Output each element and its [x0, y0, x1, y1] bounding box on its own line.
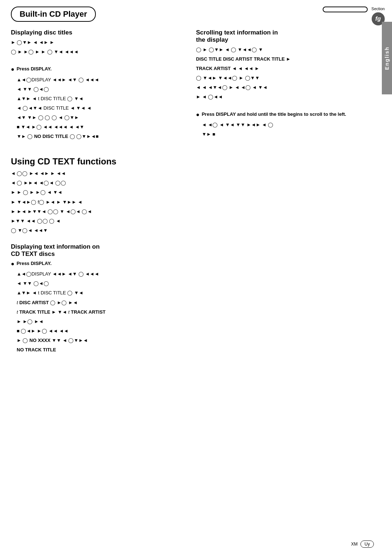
language-label: English: [384, 46, 390, 70]
scrolling-text-section: Scrolling text information in the displa…: [196, 29, 370, 138]
display-text-sym6: ► ►◯ ►◄: [17, 318, 374, 326]
track-artist-bold: TRACK ARTIST: [71, 309, 106, 315]
section-box: [323, 7, 368, 12]
scroll-after-bullet1: ◄ ◄◯ ◄ ▼◄ ▼▼ ►◄► ◄ ◯: [202, 121, 370, 129]
cd-text-sym7: ◯ ▼◯◄ ◄◄▼: [11, 227, 187, 234]
scroll-bullet1-text: Press DISPLAY and hold until the title b…: [202, 111, 346, 118]
no-xxxx-label: NO XXXX: [29, 338, 50, 343]
cd-text-sym5: ► ►◄ ►▼▼◄ ◯◯ ▼ ◄◯◄ ◯◄: [11, 208, 187, 216]
display-text-sym3: ▲▼► ◄ t DISC TITLE ◯ ▼◄: [17, 289, 374, 297]
using-cd-text-content: ◄ ◯◯ ►◄ ◄► ► ◄◄ ◄ ◯ ►►◄ ◄◯◄ ◯◯ ► ► ◯ ► ►…: [11, 170, 374, 236]
page: Built-in CD Player Section fg English Di…: [0, 0, 392, 377]
track-artist-label: TRACK ARTIST: [196, 66, 231, 71]
bullet-dot-3: ●: [11, 260, 15, 268]
no-track-title-label: NO TRACK TITLE: [17, 347, 56, 352]
disc-title-label: DISC TITLE: [196, 56, 222, 62]
title-box: Built-in CD Player: [11, 7, 96, 22]
scroll-disc-line: DISC TITLE DISC ARTIST TRACK TITLE ►: [196, 55, 370, 63]
page-title: Built-in CD Player: [20, 9, 87, 19]
using-cd-text-heading: Using CD TEXT functions: [11, 156, 374, 167]
disc-titles-sym2: ◯ ► ►◯ ► ► ◯ ▼◄ ◄◄◄: [11, 48, 185, 56]
disc-titles-sym6: ◄ ◯◄▼◄ DISC TITLE ◄ ▼◄ ◄: [17, 104, 185, 112]
disc-titles-sym7: ◄▼ ▼► ◯ ◯ ◯ ◄ ◯▼►: [17, 114, 185, 122]
display-text-bullet1: ● Press DISPLAY.: [11, 260, 374, 268]
main-content: Displaying disc titles ► ◯▼► ◄ ◄► ► ◯ ► …: [0, 25, 392, 149]
display-text-bullet1-text: Press DISPLAY.: [17, 260, 52, 267]
disc-titles-bullet1-text: Press DISPLAY.: [17, 65, 52, 73]
scroll-track-artist-line: TRACK ARTIST ◄ ◄ ◄◄ ►: [196, 65, 370, 73]
left-column: Displaying disc titles ► ◯▼► ◄ ◄► ► ◯ ► …: [11, 29, 185, 142]
cd-text-sym2: ◄ ◯ ►►◄ ◄◯◄ ◯◯: [11, 179, 187, 187]
display-text-no-xxxx: ► ◯ NO XXXX ▼▼ ◄ ◯▼►◄: [17, 336, 374, 344]
cd-text-sym4: ► ▼◄►◯ f◯ ►◄ ► ▼►► ◄: [11, 198, 187, 206]
disc-titles-sym9: ▼► ◯ NO DISC TITLE ◯ ◯▼►◄■: [17, 132, 185, 140]
right-column: Scrolling text information in the displa…: [196, 29, 370, 142]
scroll-sym4: ► ◄ ◯◄◄: [196, 93, 370, 101]
disc-titles-sym8: ■ ▼◄ ►◯ ◄◄ ◄◄◄ ◄ ◄▼: [17, 123, 185, 131]
displaying-text-cd-heading: Displaying text information on CD TEXT d…: [11, 243, 374, 258]
using-cd-text-wrapper: Using CD TEXT functions ◄ ◯◯ ►◄ ◄► ► ◄◄ …: [0, 156, 392, 236]
footer-xm: XM: [351, 542, 358, 547]
display-text-no-track-title: NO TRACK TITLE: [17, 346, 374, 354]
using-cd-text-left: ◄ ◯◯ ►◄ ◄► ► ◄◄ ◄ ◯ ►►◄ ◄◯◄ ◯◯ ► ► ◯ ► ►…: [11, 170, 187, 236]
disc-titles-bullet1: ● Press DISPLAY.: [11, 65, 185, 73]
display-text-sym2: ◄ ▼▼ ◯◄◯: [17, 279, 374, 287]
disc-artist-label: DISC ARTIST: [223, 56, 252, 62]
disc-titles-sym1: ► ◯▼► ◄ ◄► ►: [11, 38, 185, 46]
display-text-disc-artist: t DISC ARTIST ◯ ►◯ ►◄: [17, 299, 374, 307]
language-sidebar: English: [382, 22, 392, 94]
scrolling-text-heading: Scrolling text information in the displa…: [196, 29, 370, 44]
display-text-sym7: ■ ◯◄► ►◯ ◄◄ ◄◄: [17, 327, 374, 335]
track-title-bold: TRACK TITLE: [19, 309, 50, 315]
displaying-disc-titles-heading: Displaying disc titles: [11, 29, 185, 36]
using-cd-text-right: [198, 170, 374, 236]
disc-titles-sym4: ◄ ▼▼ ◯◄◯: [17, 85, 185, 93]
header-right: Section fg: [315, 7, 385, 25]
section-label-text: Section: [371, 7, 385, 11]
scroll-bullet1: ● Press DISPLAY and hold until the title…: [196, 111, 370, 119]
scroll-sym2: ◯ ▼◄► ▼◄◄◯ ► ◯▼▼: [196, 74, 370, 82]
footer-uy: Uy: [364, 542, 370, 547]
track-title-label: TRACK TITLE: [254, 56, 285, 62]
scroll-after-bullet2: ▼► ■: [202, 130, 370, 138]
bullet-dot-1: ●: [11, 65, 15, 73]
display-text-sym1: ▲◄◯DISPLAY ◄◄► ◄▼ ◯ ◄◄◄: [17, 270, 374, 278]
scroll-sym3: ◄ ◄ ◄▼◄◯ ► ◄ ◄◯ ◄ ▼◄: [196, 83, 370, 91]
header: Built-in CD Player Section fg: [0, 0, 392, 25]
display-text-track-title: t TRACK TITLE ► ▼◄ t TRACK ARTIST: [17, 308, 374, 316]
footer-badge: Uy: [360, 540, 374, 548]
scroll-sym1: ◯ ► ◯▼► ◄ ◯ ▼◄◄◯ ▼: [196, 46, 370, 54]
cd-text-sym3: ► ► ◯ ► ►◯ ◄ ▼◄: [11, 188, 187, 196]
disc-artist-bold: DISC ARTIST: [19, 300, 49, 305]
disc-titles-sym5: ▲▼► ◄ t DISC TITLE ◯ ▼◄: [17, 95, 185, 103]
cd-text-sym6: ►▼▼ ◄◄ ◯◯ ◯ ◄: [11, 217, 187, 225]
disc-titles-sym3: ▲◄◯DISPLAY ◄◄► ◄▼ ◯ ◄◄◄: [17, 76, 185, 84]
cd-text-sym1: ◄ ◯◯ ►◄ ◄► ► ◄◄: [11, 170, 187, 177]
bullet-dot-2: ●: [196, 111, 200, 119]
footer: XM Uy: [351, 540, 374, 548]
displaying-text-cd-wrapper: Displaying text information on CD TEXT d…: [0, 236, 392, 354]
no-disc-title-label: NO DISC TITLE: [34, 134, 68, 139]
displaying-disc-titles-section: Displaying disc titles ► ◯▼► ◄ ◄► ► ◯ ► …: [11, 29, 185, 140]
